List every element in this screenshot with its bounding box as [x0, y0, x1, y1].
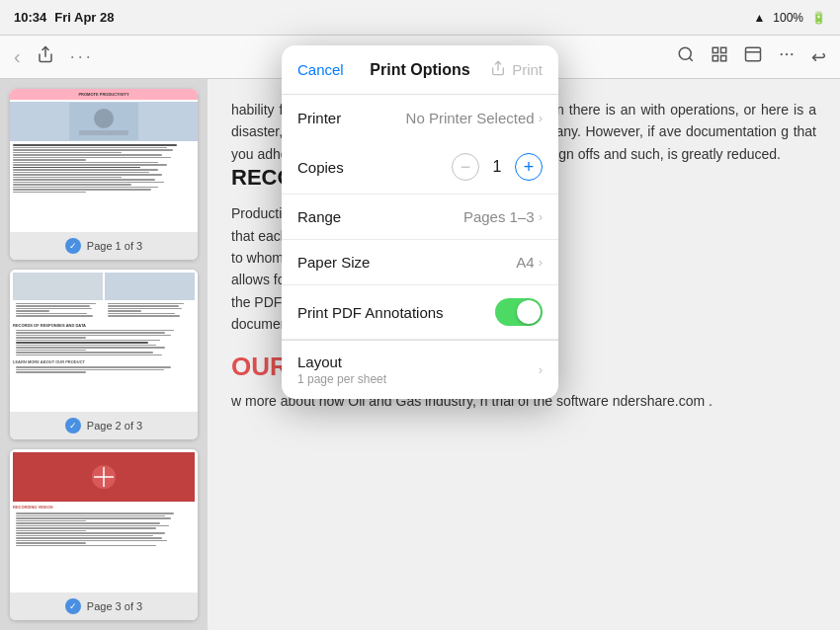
pdf-annotations-row: Print PDF Annotations [282, 285, 558, 340]
battery-label: 100% [773, 11, 803, 25]
printer-value: No Printer Selected › [406, 110, 543, 126]
status-right: ▲ 100% 🔋 [753, 11, 826, 25]
paper-size-value: A4 › [516, 254, 543, 271]
printer-section: Printer No Printer Selected › [282, 95, 558, 140]
copies-count: 1 [487, 158, 507, 176]
paper-size-chevron: › [539, 255, 543, 270]
paper-size-label: Paper Size [297, 254, 370, 271]
dialog-header: Cancel Print Options Print [282, 45, 558, 95]
battery-icon: 🔋 [811, 11, 826, 25]
cancel-button[interactable]: Cancel [297, 61, 344, 78]
range-label: Range [297, 208, 341, 225]
print-dialog: Cancel Print Options Print Printer No Pr… [282, 45, 558, 399]
toggle-knob [517, 300, 541, 324]
copies-label: Copies [297, 159, 344, 176]
layout-label: Layout [297, 354, 386, 370]
printer-value-text: No Printer Selected [406, 110, 535, 126]
copies-decrease-button[interactable]: − [452, 153, 479, 181]
status-left: 10:34 Fri Apr 28 [14, 10, 114, 25]
pdf-annotations-label: Print PDF Annotations [297, 304, 444, 321]
layout-chevron: › [539, 362, 543, 377]
printer-chevron: › [539, 111, 543, 125]
status-time: 10:34 [14, 10, 46, 25]
layout-sublabel: 1 page per sheet [297, 372, 386, 386]
status-day: Fri Apr 28 [54, 10, 114, 25]
range-chevron: › [539, 209, 543, 224]
printer-row[interactable]: Printer No Printer Selected › [282, 95, 558, 140]
print-actions: Print [490, 60, 543, 79]
copies-row: Copies − 1 + [282, 140, 558, 195]
share-print-icon[interactable] [490, 60, 506, 79]
paper-size-value-text: A4 [516, 254, 534, 271]
dialog-overlay: Cancel Print Options Print Printer No Pr… [0, 36, 840, 630]
range-row[interactable]: Range Pages 1–3 › [282, 195, 558, 240]
wifi-icon: ▲ [753, 11, 765, 25]
range-value-text: Pages 1–3 [463, 208, 535, 225]
layout-row[interactable]: Layout 1 page per sheet › [282, 341, 558, 399]
status-bar: 10:34 Fri Apr 28 ▲ 100% 🔋 [0, 0, 840, 36]
layout-info: Layout 1 page per sheet [297, 354, 386, 386]
range-value: Pages 1–3 › [463, 208, 543, 225]
pdf-annotations-toggle[interactable] [495, 298, 543, 326]
layout-section: Layout 1 page per sheet › [282, 340, 558, 399]
print-button[interactable]: Print [512, 61, 543, 78]
dialog-title: Print Options [370, 61, 469, 79]
copies-control: − 1 + [452, 153, 543, 181]
paper-size-row[interactable]: Paper Size A4 › [282, 240, 558, 285]
printer-label: Printer [297, 110, 341, 126]
copies-increase-button[interactable]: + [515, 153, 543, 181]
